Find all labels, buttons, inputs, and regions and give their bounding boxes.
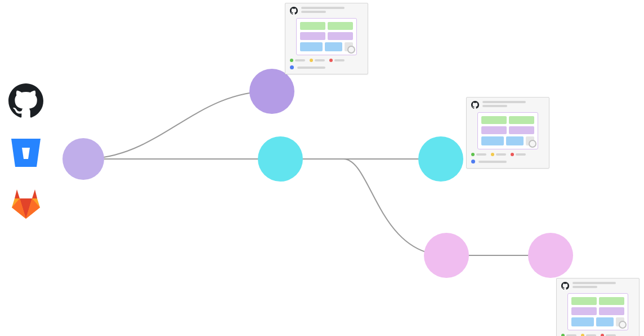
node-branch1 (249, 69, 294, 114)
github-icon (561, 282, 569, 290)
preview-card-card2 (466, 97, 549, 169)
diagram-stage (0, 0, 644, 336)
card-footer (471, 160, 544, 163)
card-title-placeholder (301, 7, 363, 13)
card-header (471, 101, 544, 109)
github-icon (471, 101, 479, 109)
preview-card-card3 (556, 278, 639, 336)
card-thumbnail (296, 18, 357, 55)
card-header (561, 282, 634, 290)
node-branch2b (528, 233, 573, 278)
github-icon (8, 83, 43, 118)
bitbucket-icon (8, 135, 43, 170)
github-icon (290, 7, 298, 15)
card-header (290, 7, 363, 15)
card-legend (471, 153, 544, 156)
preview-card-card1 (285, 3, 368, 74)
source-icons-column (8, 83, 43, 222)
card-legend (290, 59, 363, 62)
card-title-placeholder (482, 101, 544, 107)
node-main3 (418, 136, 463, 182)
node-main2 (258, 136, 303, 182)
card-title-placeholder (573, 282, 634, 288)
edge-root-branch1 (83, 91, 272, 159)
gitlab-icon (8, 187, 43, 222)
card-legend (561, 334, 634, 336)
node-root (62, 138, 104, 180)
node-branch2a (424, 233, 469, 278)
card-thumbnail (477, 112, 538, 149)
card-thumbnail (567, 293, 628, 330)
card-footer (290, 65, 363, 69)
